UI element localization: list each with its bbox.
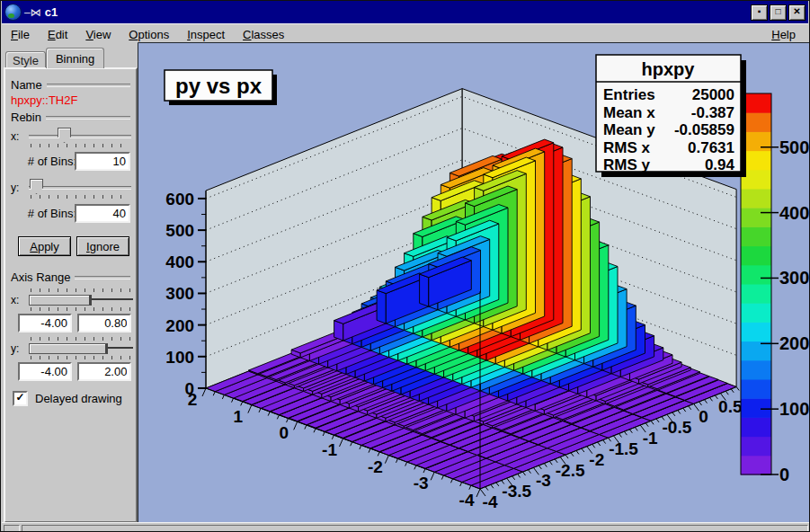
title-bar[interactable]: –⋈ c1 ▪ □ ✕ <box>2 1 808 23</box>
svg-text:0: 0 <box>279 423 289 442</box>
plot-canvas[interactable]: 0100200300400500600210-1-2-3-4-4-3.5-3-2… <box>138 42 809 523</box>
lego2-plot-svg[interactable]: 0100200300400500600210-1-2-3-4-4-3.5-3-2… <box>138 42 809 523</box>
y-min-input[interactable] <box>18 362 72 381</box>
svg-text:-3.5: -3.5 <box>502 482 531 501</box>
svg-text:25000: 25000 <box>692 86 734 103</box>
svg-text:300: 300 <box>779 268 809 288</box>
svg-text:Mean x: Mean x <box>603 104 655 121</box>
status-cell-left <box>4 525 20 532</box>
title-decoration: –⋈ <box>24 6 41 19</box>
axis-range-x-slider[interactable]: x: <box>9 287 135 312</box>
svg-text:-4: -4 <box>459 491 475 510</box>
x-bins-row: # of Bins: <box>5 152 136 171</box>
binning-tab-panel: Name hpxpy::TH2F Rebin x: # of Bins: y: <box>4 67 138 523</box>
svg-text:500: 500 <box>779 137 809 157</box>
menu-classes[interactable]: Classes <box>234 26 293 43</box>
svg-text:-0.5: -0.5 <box>663 418 692 437</box>
rebin-x-slider[interactable]: x: <box>9 127 133 150</box>
axis-range-x-bar[interactable] <box>29 295 92 306</box>
axis-range-y-bar[interactable] <box>29 343 108 354</box>
svg-text:-3: -3 <box>414 474 429 492</box>
delayed-drawing-label: Delayed drawing <box>35 392 122 405</box>
svg-text:Entries: Entries <box>603 86 655 103</box>
tab-binning[interactable]: Binning <box>46 48 104 68</box>
svg-text:0: 0 <box>699 407 708 426</box>
svg-text:-0.387: -0.387 <box>691 104 734 121</box>
svg-text:200: 200 <box>165 316 194 335</box>
svg-text:0.5: 0.5 <box>718 397 743 416</box>
svg-text:RMS y: RMS y <box>603 156 651 173</box>
svg-text:py vs px: py vs px <box>175 74 263 98</box>
y-bins-row: # of Bins: <box>5 204 136 223</box>
svg-text:400: 400 <box>779 203 809 223</box>
svg-text:0.7631: 0.7631 <box>688 139 734 156</box>
menu-file[interactable]: File <box>2 26 39 43</box>
svg-text:200: 200 <box>779 333 809 353</box>
app-icon <box>4 4 22 21</box>
svg-text:400: 400 <box>165 253 194 271</box>
svg-text:RMS x: RMS x <box>603 139 651 156</box>
svg-text:600: 600 <box>165 190 194 208</box>
x-range-entries <box>18 314 131 332</box>
svg-text:1: 1 <box>234 407 244 426</box>
editor-panel: Style Binning Name hpxpy::TH2F Rebin x: … <box>2 43 138 522</box>
plot-title-box: py vs px <box>165 70 277 105</box>
menu-edit[interactable]: Edit <box>39 26 76 43</box>
svg-text:-1.5: -1.5 <box>609 439 638 458</box>
menu-help[interactable]: Help <box>759 26 808 43</box>
stats-box: hpxpyEntries25000Mean x-0.387Mean y-0.05… <box>596 55 746 177</box>
maximize-button[interactable]: □ <box>770 4 787 21</box>
axis-range-y-slider[interactable]: y: <box>9 335 135 360</box>
rebin-y-slider-track[interactable] <box>29 186 131 190</box>
rebin-x-slider-track[interactable] <box>29 135 131 138</box>
menu-options[interactable]: Options <box>120 26 178 43</box>
svg-text:-1: -1 <box>643 429 658 448</box>
svg-text:-1: -1 <box>322 440 337 459</box>
status-cell-main <box>22 525 808 532</box>
svg-text:100: 100 <box>779 399 809 419</box>
name-group-label: Name <box>11 78 130 92</box>
svg-text:-3: -3 <box>536 471 551 490</box>
histogram-name-label: hpxpy::TH2F <box>11 93 77 107</box>
svg-text:-2: -2 <box>589 450 604 469</box>
svg-text:0: 0 <box>779 465 789 484</box>
window-title: c1 <box>45 5 58 19</box>
svg-text:Mean y: Mean y <box>603 121 655 138</box>
delayed-drawing-checkbox[interactable]: ✓ <box>13 391 28 406</box>
y-bins-input[interactable] <box>75 204 130 223</box>
svg-text:-2.5: -2.5 <box>556 461 585 480</box>
rebin-group-label: Rebin <box>11 111 130 124</box>
minimize-button[interactable]: ▪ <box>751 4 768 21</box>
menu-inspect[interactable]: Inspect <box>178 26 234 43</box>
svg-text:-0.05859: -0.05859 <box>674 121 734 138</box>
rebin-y-slider-ticks <box>31 195 129 199</box>
rebin-x-slider-handle[interactable] <box>58 128 71 143</box>
svg-text:500: 500 <box>165 221 194 240</box>
svg-text:hpxpy: hpxpy <box>642 59 696 79</box>
y-range-entries <box>18 362 131 381</box>
svg-text:300: 300 <box>165 284 194 303</box>
svg-text:100: 100 <box>165 348 194 367</box>
menu-view[interactable]: View <box>76 26 120 43</box>
svg-text:-4: -4 <box>483 492 498 511</box>
apply-button[interactable]: Apply <box>18 236 71 256</box>
rebin-y-slider[interactable]: y: <box>9 178 133 201</box>
y-max-input[interactable] <box>77 362 131 381</box>
status-bar <box>2 522 810 532</box>
x-min-input[interactable] <box>18 314 72 332</box>
svg-text:-2: -2 <box>368 457 383 476</box>
svg-text:0.94: 0.94 <box>705 156 735 173</box>
rebin-x-slider-ticks <box>31 144 129 147</box>
ignore-button[interactable]: Ignore <box>76 236 129 256</box>
svg-text:2: 2 <box>188 390 198 409</box>
x-bins-input[interactable] <box>75 152 130 171</box>
rebin-y-slider-handle[interactable] <box>30 179 43 194</box>
close-button[interactable]: ✕ <box>788 4 806 21</box>
x-max-input[interactable] <box>77 314 131 332</box>
tab-style[interactable]: Style <box>5 51 46 68</box>
root-canvas-window: –⋈ c1 ▪ □ ✕ File Edit View Options Inspe… <box>0 0 810 532</box>
axis-range-group-label: Axis Range <box>11 270 130 284</box>
